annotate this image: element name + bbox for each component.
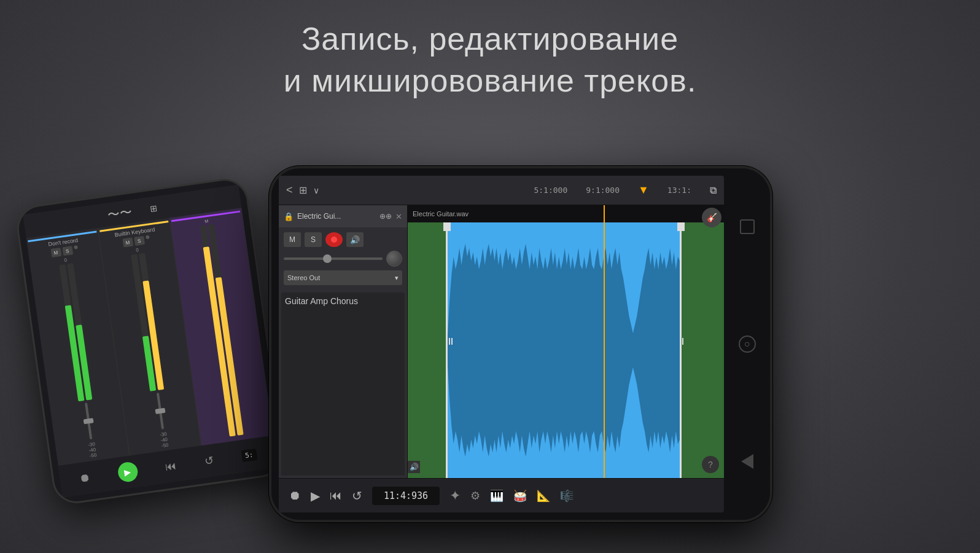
track-s-btn-2[interactable]: S	[134, 236, 145, 246]
loop-btn-back[interactable]: ↺	[203, 453, 214, 468]
monitor-btn[interactable]: 🔊	[346, 232, 364, 247]
side-volume-bump	[269, 279, 271, 316]
track-pin-icon: 🔒	[284, 212, 294, 221]
track-name-label: Electric Gui...	[297, 212, 376, 221]
android-recent-btn[interactable]	[740, 219, 755, 234]
playhead-marker: ▼	[638, 184, 649, 197]
record-arm-btn[interactable]	[325, 232, 343, 247]
region-handle-left[interactable]	[446, 222, 448, 478]
track-panel-header: 🔒 Electric Gui... ⊕⊕ ✕	[279, 205, 407, 227]
android-back-btn[interactable]	[741, 454, 753, 469]
tool-drums-btn[interactable]: 🥁	[513, 489, 527, 503]
time-display: 11:4:936	[372, 487, 440, 505]
speaker-icon-bottom: 🔊	[408, 461, 420, 473]
waveform-lower-fill	[446, 350, 680, 457]
pause-marker-right: ⏸	[677, 336, 686, 347]
track-settings-icon[interactable]: ⊕⊕	[379, 212, 392, 221]
fader-thumb-1	[83, 418, 93, 424]
region-main[interactable]	[446, 222, 680, 478]
waveform-area[interactable]: Electric Guitar.wav ≡ ▸ ▸	[408, 205, 724, 478]
fader-thumb-2	[155, 408, 165, 414]
back-arrow-icon[interactable]: <	[286, 184, 293, 197]
solo-btn[interactable]: S	[305, 232, 322, 247]
region-right	[680, 222, 724, 478]
tool-keyboard-btn[interactable]: 🎹	[490, 489, 504, 503]
volume-thumb	[323, 254, 332, 263]
mixer-icon-btn[interactable]: ⧉	[710, 185, 717, 196]
output-select[interactable]: Stereo Out ▾	[284, 270, 402, 285]
marker-1: 5:1:000	[534, 186, 567, 195]
daw-topbar: < ⊞ ∨ 5:1:000 9:1:000 ▼ 13:1: ⧉	[279, 176, 724, 205]
handle-top-right	[677, 222, 685, 231]
handle-top-left	[443, 222, 451, 231]
track-dot-1	[74, 245, 78, 249]
track-zero-2: 0	[136, 247, 139, 253]
meter-2	[131, 253, 164, 391]
front-phone-screen: < ⊞ ∨ 5:1:000 9:1:000 ▼ 13:1: ⧉ 🔒 Electr…	[279, 176, 724, 512]
mute-btn[interactable]: M	[284, 232, 301, 247]
waveform-track-name: Electric Guitar.wav	[413, 210, 469, 218]
db-label-2: -30-40-50	[160, 431, 169, 449]
playhead-line	[604, 205, 605, 478]
tool-eq-btn[interactable]: ⚙	[470, 489, 480, 503]
fader-1[interactable]	[85, 402, 92, 439]
marker-2: 9:1:000	[586, 186, 620, 195]
record-btn-back[interactable]: ⏺	[79, 471, 91, 485]
output-label: Stereo Out	[287, 274, 320, 281]
rewind-btn-back[interactable]: ⏮	[165, 459, 177, 473]
android-home-btn[interactable]: ○	[739, 335, 756, 353]
front-phone: < ⊞ ∨ 5:1:000 9:1:000 ▼ 13:1: ⧉ 🔒 Electr…	[269, 166, 772, 522]
play-btn-back[interactable]: ▶	[117, 461, 139, 483]
headline-line2: и микшировование треков.	[0, 60, 980, 102]
tool-tempo-btn[interactable]: ✦	[449, 488, 461, 504]
db-label-1: -30-40-50	[88, 441, 97, 458]
track-m-btn-2[interactable]: M	[122, 238, 133, 248]
tool-metronome-btn[interactable]: 📐	[537, 489, 550, 503]
back-phone-screen: 〜〜 ⊞ Don't record M S 0	[23, 185, 278, 498]
transport-loop-btn[interactable]: ↺	[352, 488, 362, 503]
chevron-down-icon[interactable]: ∨	[313, 186, 319, 195]
volume-slider[interactable]	[284, 257, 383, 260]
mixer-tracks: Don't record M S 0	[26, 208, 274, 466]
transport-bar: ⏺ ▶ ⏮ ↺ 11:4:936 ✦ ⚙ 🎹 🥁 📐 🎼	[279, 478, 724, 512]
track-label-3: M	[204, 219, 209, 224]
record-dot	[331, 237, 337, 243]
region-left	[408, 222, 446, 478]
track-ms-2: M S	[122, 235, 150, 248]
transport-rewind-btn[interactable]: ⏮	[330, 488, 342, 503]
grid-icon: ⊞	[149, 203, 158, 214]
plugin-area[interactable]: Guitar Amp Chorus	[281, 292, 405, 476]
tool-score-btn[interactable]: 🎼	[560, 489, 574, 503]
track-dot-2	[146, 235, 150, 240]
help-btn[interactable]: ?	[702, 456, 719, 473]
track-close-btn[interactable]: ✕	[395, 212, 402, 221]
output-dropdown-arrow: ▾	[395, 274, 399, 282]
grid-view-icon[interactable]: ⊞	[299, 184, 307, 196]
marker-3: 13:1:	[667, 186, 691, 195]
track-zero-1: 0	[64, 257, 68, 264]
region-handle-right[interactable]	[680, 222, 682, 478]
transport-play-btn[interactable]: ▶	[311, 488, 320, 503]
ms-row: M S 🔊	[284, 232, 402, 247]
track-panel: 🔒 Electric Gui... ⊕⊕ ✕ M S 🔊	[279, 205, 408, 478]
transport-record-btn[interactable]: ⏺	[289, 488, 301, 503]
fader-2[interactable]	[156, 393, 163, 429]
output-row: Stereo Out ▾	[284, 270, 402, 285]
track-ms-1: M S	[50, 245, 79, 257]
volume-row	[284, 251, 402, 267]
track-m-btn-1[interactable]: M	[50, 248, 61, 257]
pan-knob[interactable]	[386, 251, 402, 267]
track-avatar: 🎸	[702, 208, 721, 227]
waveform-svg	[446, 222, 680, 478]
android-nav-buttons: ○	[724, 168, 770, 520]
meter-1	[59, 263, 92, 401]
track-controls: M S 🔊 Ste	[279, 227, 407, 290]
track-s-btn-1[interactable]: S	[62, 246, 73, 256]
meter-3	[200, 224, 244, 437]
pause-marker-left: ⏸	[446, 336, 456, 347]
daw-main: 🔒 Electric Gui... ⊕⊕ ✕ M S 🔊	[279, 205, 724, 478]
headline-line1: Запись, редактирование	[0, 18, 980, 60]
headline: Запись, редактирование и микшировование …	[0, 18, 980, 101]
time-display-back: 5:	[241, 448, 258, 461]
timeline-markers: 5:1:000 9:1:000 ▼ 13:1: ⧉	[325, 184, 717, 197]
